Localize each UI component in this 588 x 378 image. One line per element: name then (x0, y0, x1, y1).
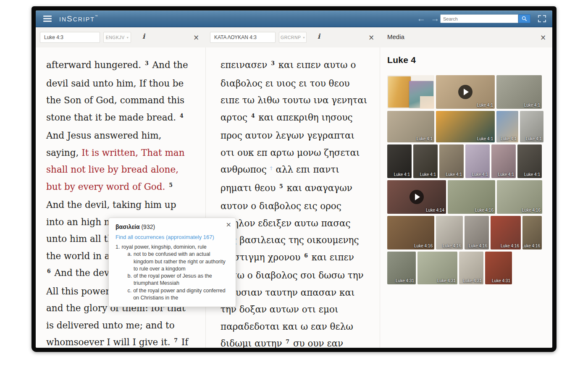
media-image-thumbnail[interactable]: Luke 4:31 (485, 252, 512, 284)
version-select-english[interactable]: ENGKJV▾ (103, 32, 131, 43)
media-thumbnail-label: Luke 4:1 (472, 172, 488, 177)
media-image-thumbnail[interactable]: Luke 4:1 (520, 111, 543, 142)
play-icon (410, 190, 424, 204)
media-thumbnail-label: Luke 4:16 (522, 208, 541, 213)
media-thumbnail-label: Luke 4:31 (396, 278, 414, 283)
panel-header-english: ENGKJV▾ i × (36, 27, 206, 47)
app-header: INSCRIPT™ ← → (36, 10, 552, 27)
close-popup-button[interactable]: × (226, 220, 231, 228)
definition-label: c. (127, 287, 131, 302)
verse-number: 3 (144, 60, 150, 66)
lemma-word: βασιλεία (116, 223, 140, 230)
fullscreen-icon[interactable] (538, 15, 546, 22)
media-image-thumbnail[interactable]: Luke 4:16 (436, 216, 463, 249)
search-input[interactable] (440, 14, 518, 23)
reference-input-english[interactable] (40, 32, 100, 43)
media-image-thumbnail[interactable]: Luke 4:1 (413, 144, 438, 178)
media-video-thumbnail[interactable]: Luke 4:1 (436, 75, 495, 109)
version-select-greek[interactable]: GRCRNP▾ (279, 32, 307, 43)
verse-number: 3 (270, 60, 276, 66)
close-panel-media-button[interactable]: × (539, 32, 547, 42)
app-logo: INSCRIPT™ (59, 14, 99, 24)
verse-number: 4 (250, 113, 256, 119)
verse-number: 6 (303, 252, 309, 259)
search-icon (522, 16, 527, 21)
definition-label: b. (127, 273, 131, 287)
verse-number: 7 (173, 337, 178, 344)
media-image-thumbnail[interactable]: Luke 4:16 (387, 216, 434, 249)
back-arrow-icon[interactable]: ← (416, 13, 427, 24)
verse-text: επεινασεν (220, 60, 270, 70)
media-grid: Luke 4:1Luke 4:1Luke 4:1Luke 4:1Luke 4:1… (387, 75, 544, 284)
media-panel-title: Media (387, 33, 404, 40)
media-thumbnail-label: Luke 4:16 (522, 244, 540, 248)
map-image (420, 96, 434, 109)
info-icon[interactable]: i (315, 32, 323, 42)
definition-subitem: c.of the royal power and dignity conferr… (127, 287, 230, 302)
media-video-thumbnail[interactable]: Luke 4:14 (387, 180, 446, 214)
media-image-thumbnail[interactable]: Luke 4:16 (491, 216, 521, 249)
media-image-thumbnail[interactable]: Luke 4:31 (417, 252, 457, 284)
note-marker-icon: † (270, 165, 273, 171)
chevron-down-icon: ▾ (127, 36, 129, 39)
media-thumbnail-label: Luke 4:16 (469, 244, 487, 248)
media-image-thumbnail[interactable]: Luke 4:16 (522, 216, 542, 249)
definition-label: a. (127, 251, 131, 273)
media-image-thumbnail[interactable]: Luke 4:1 (517, 144, 542, 178)
media-row: Luke 4:31Luke 4:31Luke 4:31Luke 4:31 (387, 252, 544, 284)
strongs-number-value: (932) (141, 223, 155, 230)
panel-header-media: Media × (380, 27, 552, 47)
media-image-thumbnail[interactable]: Luke 4:16 (465, 216, 489, 249)
verse-number: 6 (46, 268, 52, 274)
chevron-down-icon: ▾ (303, 36, 305, 39)
definition-list: 1.royal power, kingship, dominion, rulea… (116, 244, 230, 302)
media-image-thumbnail[interactable]: Luke 4:1 (496, 111, 518, 142)
media-image-thumbnail[interactable]: Luke 4:16 (448, 180, 495, 214)
search-bar (440, 14, 530, 24)
search-button[interactable] (518, 14, 530, 23)
media-thumbnail-label: Luke 4:1 (394, 172, 410, 177)
media-image-thumbnail[interactable]: Luke 4:1 (387, 111, 434, 142)
screenshot-stage: INSCRIPT™ ← → ENGKJV▾ i × (0, 0, 588, 378)
media-thumbnail-label: Luke 4:1 (498, 172, 514, 177)
media-thumbnail-label: Luke 4:1 (477, 136, 493, 141)
definition-item: 1.royal power, kingship, dominion, rulea… (116, 244, 230, 302)
close-panel-greek-button[interactable]: × (367, 32, 375, 42)
definition-subitem: b.of the royal power of Jesus as the tri… (127, 273, 230, 287)
media-image-thumbnail[interactable]: Luke 4:16 (497, 180, 542, 214)
media-image-thumbnail[interactable]: Luke 4:31 (387, 252, 416, 284)
media-image-thumbnail[interactable]: Luke 4:1 (387, 144, 412, 178)
find-occurrences-link[interactable]: Find all occurrences (approximately 167) (116, 234, 230, 240)
media-map-thumbnail[interactable] (387, 75, 434, 109)
info-icon[interactable]: i (140, 32, 147, 42)
verse-text: afterward hungered. (46, 60, 144, 70)
menu-icon[interactable] (43, 16, 52, 22)
media-image-thumbnail[interactable]: Luke 4:1 (436, 111, 495, 142)
media-thumbnail-label: Luke 4:31 (492, 278, 510, 283)
media-image-thumbnail[interactable]: Luke 4:1 (465, 144, 490, 178)
media-chapter-heading: Luke 4 (387, 55, 544, 65)
close-panel-english-button[interactable]: × (192, 32, 200, 42)
definition-subitem: a.not to be confused with an actual king… (127, 251, 230, 273)
media-row: Luke 4:1Luke 4:1Luke 4:1Luke 4:1 (387, 111, 544, 142)
media-image-thumbnail[interactable]: Luke 4:1 (491, 144, 516, 178)
forward-arrow-icon[interactable]: → (430, 13, 441, 24)
verse-number: 7 (285, 339, 290, 345)
media-image-thumbnail[interactable]: Luke 4:1 (496, 75, 542, 109)
media-thumbnail-label: Luke 4:14 (426, 208, 444, 213)
media-image-thumbnail[interactable]: Luke 4:1 (439, 144, 464, 178)
panel-header-greek: GRCRNP▾ i × (206, 27, 380, 47)
lexicon-popup: × βασιλεία (932) Find all occurrences (a… (108, 218, 236, 307)
map-image (388, 76, 411, 108)
media-thumbnail-label: Luke 4:31 (437, 278, 456, 283)
media-thumbnail-label: Luke 4:16 (443, 244, 461, 248)
media-thumbnail-label: Luke 4:1 (524, 103, 540, 108)
media-thumbnail-label: Luke 4:1 (526, 136, 542, 141)
definition-label: 1. (116, 244, 120, 302)
media-row: Luke 4:14Luke 4:16Luke 4:16 (387, 180, 544, 214)
reference-input-greek[interactable] (210, 32, 276, 43)
media-thumbnail-label: Luke 4:1 (501, 136, 517, 141)
media-row: Luke 4:1Luke 4:1Luke 4:1Luke 4:1Luke 4:1… (387, 144, 544, 178)
media-image-thumbnail[interactable]: Luke 4:31 (459, 252, 483, 284)
media-thumbnail-label: Luke 4:16 (501, 244, 519, 248)
